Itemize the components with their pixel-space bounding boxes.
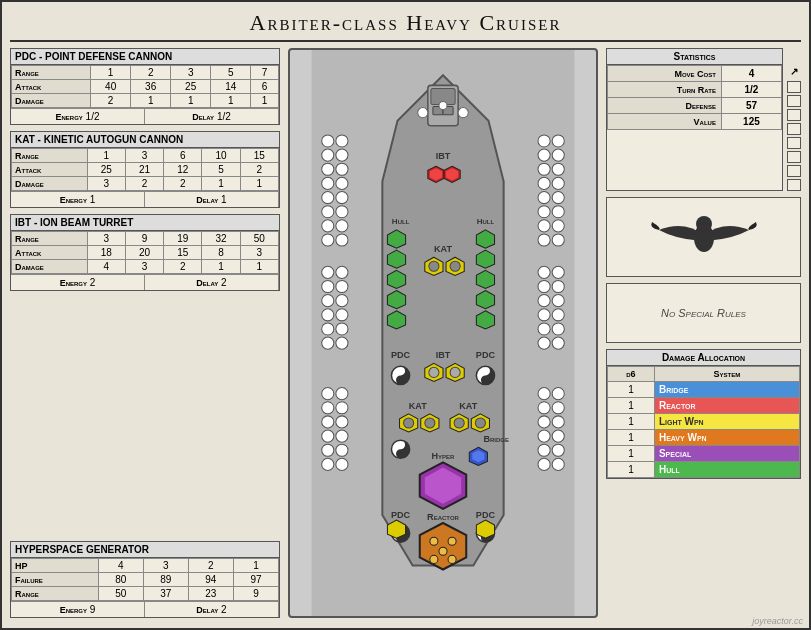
kat-range-label: Range xyxy=(12,149,88,163)
svg-point-47 xyxy=(322,280,334,292)
svg-text:PDC: PDC xyxy=(476,510,496,520)
silhouette-area xyxy=(606,197,801,277)
watermark: joyreactor.cc xyxy=(752,616,803,626)
svg-point-60 xyxy=(552,402,564,414)
svg-point-79 xyxy=(322,458,334,470)
svg-point-6 xyxy=(552,163,564,175)
kat-delay-cell: Delay 1 xyxy=(145,192,279,207)
pdc-damage-4: 1 xyxy=(211,94,251,108)
damage-system-special: Special xyxy=(654,446,799,462)
pdc-title: PDC - Point Defense Cannon xyxy=(11,49,279,65)
special-rules: No Special Rules xyxy=(606,283,801,343)
svg-point-69 xyxy=(322,388,334,400)
kat-damage-4: 1 xyxy=(202,177,240,191)
svg-point-55 xyxy=(322,337,334,349)
kat-damage-row: Damage 3 2 2 1 1 xyxy=(12,177,279,191)
kat-title: KAT - Kinetic Autogun Cannon xyxy=(11,132,279,148)
hyper-failure-4: 97 xyxy=(233,573,278,587)
ship-svg: IBT Hull Hull xyxy=(290,50,596,616)
kat-range-4: 10 xyxy=(202,149,240,163)
defense-value: 57 xyxy=(721,98,781,114)
svg-point-1 xyxy=(538,135,550,147)
damage-col-d6: d6 xyxy=(608,367,655,382)
speed-box-2 xyxy=(787,95,801,107)
svg-point-46 xyxy=(336,266,348,278)
svg-point-38 xyxy=(552,295,564,307)
svg-point-128 xyxy=(425,418,435,428)
pdc-range-5: 7 xyxy=(251,66,279,80)
svg-text:Reactor: Reactor xyxy=(427,512,459,522)
svg-text:PDC: PDC xyxy=(391,350,411,360)
hyper-delay-value: 2 xyxy=(221,604,227,615)
ibt-damage-label: Damage xyxy=(12,260,88,274)
hyper-range-label: Range xyxy=(12,587,99,601)
svg-point-14 xyxy=(552,220,564,232)
pdc-energy-delay: Energy 1/2 Delay 1/2 xyxy=(11,108,279,124)
stats-area: Statistics Move Cost 4 Turn Rate 1/2 Def… xyxy=(606,48,801,191)
left-column: PDC - Point Defense Cannon Range 1 2 3 5… xyxy=(10,48,280,618)
svg-point-78 xyxy=(336,444,348,456)
svg-point-28 xyxy=(336,206,348,218)
hyper-energy-cell: Energy 9 xyxy=(11,602,145,617)
speed-box-4 xyxy=(787,123,801,135)
damage-d6: 1 xyxy=(608,462,655,478)
hyper-failure-2: 89 xyxy=(143,573,188,587)
svg-point-153 xyxy=(448,537,456,545)
svg-point-30 xyxy=(336,220,348,232)
pdc-range-4: 5 xyxy=(211,66,251,80)
ibt-damage-4: 1 xyxy=(202,260,240,274)
svg-point-152 xyxy=(430,537,438,545)
svg-point-155 xyxy=(430,555,438,563)
svg-point-5 xyxy=(538,163,550,175)
hyper-hp-row: HP 4 3 2 1 xyxy=(12,559,279,573)
svg-point-126 xyxy=(404,418,414,428)
damage-col-system: System xyxy=(654,367,799,382)
damage-d6: 1 xyxy=(608,430,655,446)
pdc-range-label: Range xyxy=(12,66,91,80)
hyper-energy-delay: Energy 9 Delay 2 xyxy=(11,601,279,617)
kat-range-3: 6 xyxy=(164,149,202,163)
ibt-range-1: 3 xyxy=(87,232,125,246)
svg-text:PDC: PDC xyxy=(391,510,411,520)
svg-point-11 xyxy=(538,206,550,218)
ibt-range-4: 32 xyxy=(202,232,240,246)
svg-point-36 xyxy=(552,280,564,292)
damage-allocation-title: Damage Allocation xyxy=(607,350,800,366)
hyper-range-4: 9 xyxy=(233,587,278,601)
svg-text:Hull: Hull xyxy=(392,217,410,226)
svg-point-34 xyxy=(552,266,564,278)
svg-text:IBT: IBT xyxy=(436,350,451,360)
speed-box-8 xyxy=(787,179,801,191)
pdc-damage-2: 1 xyxy=(131,94,171,108)
statistics-title: Statistics xyxy=(607,49,782,65)
kat-block: KAT - Kinetic Autogun Cannon Range 1 3 6… xyxy=(10,131,280,208)
svg-point-138 xyxy=(399,452,403,456)
svg-text:PDC: PDC xyxy=(476,350,496,360)
pdc-energy-label: Energy xyxy=(55,112,82,122)
ibt-range-2: 9 xyxy=(125,232,163,246)
svg-point-107 xyxy=(429,261,439,271)
kat-damage-label: Damage xyxy=(12,177,88,191)
svg-point-29 xyxy=(322,220,334,232)
damage-row: 1Special xyxy=(608,446,800,462)
damage-system-reactor: Reactor xyxy=(654,398,799,414)
kat-attack-5: 2 xyxy=(240,163,278,177)
svg-text:IBT: IBT xyxy=(436,151,451,161)
kat-energy-value: 1 xyxy=(90,194,96,205)
hyper-range-2: 37 xyxy=(143,587,188,601)
svg-point-15 xyxy=(538,234,550,246)
svg-point-13 xyxy=(538,220,550,232)
svg-point-113 xyxy=(399,378,403,382)
pdc-delay-value: 1/2 xyxy=(217,111,231,122)
ibt-attack-label: Attack xyxy=(12,246,88,260)
speed-arrow: ↗ xyxy=(790,66,798,77)
hyper-range-row: Range 50 37 23 9 xyxy=(12,587,279,601)
svg-point-130 xyxy=(454,418,464,428)
damage-row: 1Heavy Wpn xyxy=(608,430,800,446)
svg-text:Hull: Hull xyxy=(477,217,495,226)
ibt-energy-value: 2 xyxy=(90,277,96,288)
svg-point-74 xyxy=(336,416,348,428)
pdc-attack-4: 14 xyxy=(211,80,251,94)
ibt-range-3: 19 xyxy=(164,232,202,246)
svg-point-61 xyxy=(538,416,550,428)
